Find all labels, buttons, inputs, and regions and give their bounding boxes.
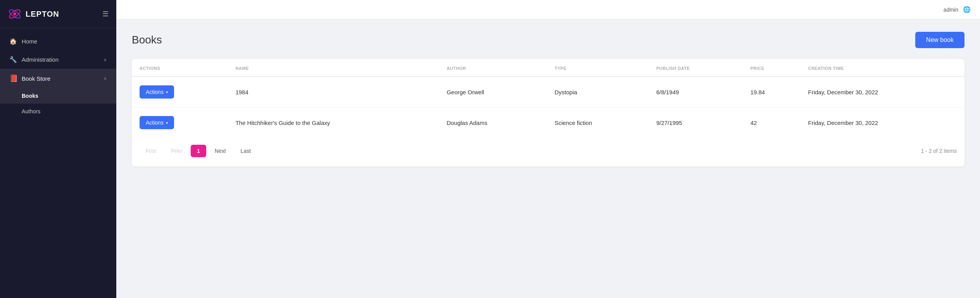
top-bar: admin 🌐 — [116, 0, 980, 19]
sidebar-sub-item-authors[interactable]: Authors — [0, 104, 116, 119]
sidebar-sub-item-books[interactable]: Books — [0, 88, 116, 104]
wrench-icon: 🔧 — [9, 56, 17, 63]
sidebar-item-label: Home — [22, 38, 107, 45]
books-table-card: ACTIONS NAME AUTHOR TYPE PUBLISH DATE PR… — [132, 59, 964, 166]
book-type: Science fiction — [547, 107, 649, 138]
chevron-up-icon: ∧ — [104, 76, 107, 81]
book-publish-date: 6/8/1949 — [649, 76, 743, 107]
sidebar-item-administration[interactable]: 🔧 Administration ∨ — [0, 50, 116, 69]
dropdown-arrow-icon: ▾ — [166, 121, 168, 125]
logo-area: LEPTON — [8, 7, 59, 21]
username-label: admin — [944, 7, 958, 13]
books-label: Books — [22, 93, 38, 99]
home-icon: 🏠 — [9, 38, 17, 45]
sidebar-nav: 🏠 Home 🔧 Administration ∨ 📕 Book Store ∧… — [0, 28, 116, 298]
book-type: Dystopia — [547, 76, 649, 107]
globe-icon[interactable]: 🌐 — [963, 6, 971, 13]
book-author: Douglas Adams — [439, 107, 547, 138]
page-title: Books — [132, 34, 162, 46]
actions-label: Actions — [146, 89, 164, 95]
dropdown-arrow-icon: ▾ — [166, 90, 168, 94]
pagination: First Prev 1 Next Last 1 - 2 of 2 items — [132, 138, 964, 159]
last-page-button[interactable]: Last — [235, 145, 257, 157]
sidebar-header: LEPTON ☰ — [0, 0, 116, 28]
next-page-button[interactable]: Next — [209, 145, 232, 157]
book-creation-time: Friday, December 30, 2022 — [800, 76, 964, 107]
sidebar-item-home[interactable]: 🏠 Home — [0, 32, 116, 50]
table-header-row: ACTIONS NAME AUTHOR TYPE PUBLISH DATE PR… — [132, 59, 964, 76]
actions-button-0[interactable]: Actions ▾ — [140, 85, 174, 99]
sidebar-item-label: Book Store — [22, 75, 99, 82]
col-author: AUTHOR — [439, 59, 547, 76]
new-book-button[interactable]: New book — [915, 32, 964, 48]
actions-button-1[interactable]: Actions ▾ — [140, 116, 174, 129]
authors-label: Authors — [22, 108, 40, 114]
col-creation-time: CREATION TIME — [800, 59, 964, 76]
book-author: George Orwell — [439, 76, 547, 107]
book-creation-time: Friday, December 30, 2022 — [800, 107, 964, 138]
table-row: Actions ▾ The Hitchhiker's Guide to the … — [132, 107, 964, 138]
prev-page-button[interactable]: Prev — [165, 145, 188, 157]
page-header: Books New book — [132, 32, 964, 48]
col-type: TYPE — [547, 59, 649, 76]
svg-point-3 — [13, 12, 16, 16]
main-wrapper: admin 🌐 Books New book ACTIONS NAME AUTH… — [116, 0, 980, 298]
book-publish-date: 9/27/1995 — [649, 107, 743, 138]
col-actions: ACTIONS — [132, 59, 228, 76]
book-price: 42 — [743, 107, 801, 138]
book-price: 19.84 — [743, 76, 801, 107]
logo-icon — [8, 7, 22, 21]
book-icon: 📕 — [9, 74, 17, 83]
actions-label: Actions — [146, 120, 164, 126]
col-publish-date: PUBLISH DATE — [649, 59, 743, 76]
col-price: PRICE — [743, 59, 801, 76]
sidebar-item-bookstore[interactable]: 📕 Book Store ∧ — [0, 69, 116, 88]
hamburger-icon[interactable]: ☰ — [102, 10, 109, 18]
page-1-button[interactable]: 1 — [191, 145, 206, 157]
main-content: Books New book ACTIONS NAME AUTHOR TYPE … — [116, 19, 980, 298]
first-page-button[interactable]: First — [140, 145, 162, 157]
pagination-controls: First Prev 1 Next Last — [140, 145, 257, 157]
app-name: LEPTON — [26, 10, 59, 19]
book-name: The Hitchhiker's Guide to the Galaxy — [228, 107, 439, 138]
sidebar: LEPTON ☰ 🏠 Home 🔧 Administration ∨ 📕 Boo… — [0, 0, 116, 298]
pagination-summary: 1 - 2 of 2 items — [921, 148, 957, 154]
col-name: NAME — [228, 59, 439, 76]
book-name: 1984 — [228, 76, 439, 107]
table-row: Actions ▾ 1984 George Orwell Dystopia 6/… — [132, 76, 964, 107]
sidebar-item-label: Administration — [22, 56, 99, 63]
books-table: ACTIONS NAME AUTHOR TYPE PUBLISH DATE PR… — [132, 59, 964, 138]
chevron-down-icon: ∨ — [104, 57, 107, 62]
